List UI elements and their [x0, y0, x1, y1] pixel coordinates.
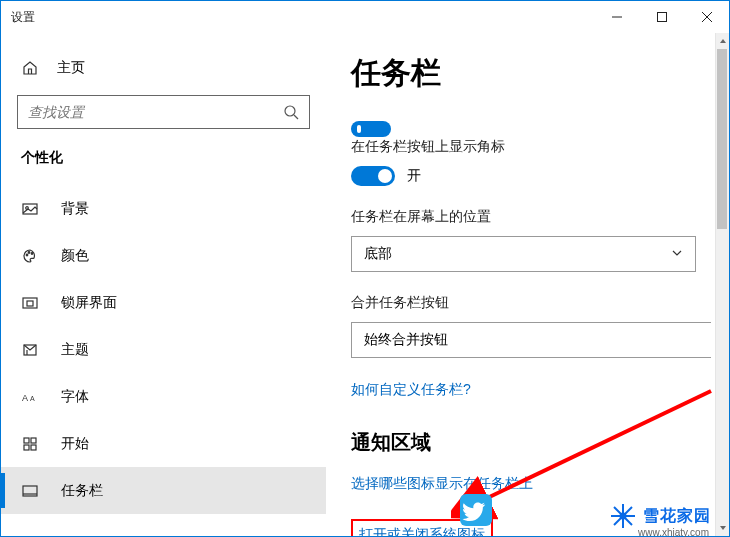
svg-point-28 — [621, 514, 626, 519]
scroll-up-arrow[interactable] — [716, 33, 729, 49]
start-icon — [21, 435, 39, 453]
font-icon: AA — [21, 388, 39, 406]
svg-point-9 — [28, 251, 30, 253]
sidebar-item-label: 开始 — [61, 435, 89, 453]
combine-select[interactable]: 始终合并按钮 — [351, 322, 711, 358]
chevron-down-icon — [671, 246, 683, 262]
select-icons-link[interactable]: 选择哪些图标显示在任务栏上 — [351, 475, 533, 491]
sidebar-item-label: 锁屏界面 — [61, 294, 117, 312]
sidebar-item-label: 任务栏 — [61, 482, 103, 500]
watermark-url: www.xhjaty.com — [638, 527, 709, 537]
window-controls — [594, 1, 729, 33]
sidebar-item-taskbar[interactable]: 任务栏 — [1, 467, 326, 514]
customize-taskbar-link[interactable]: 如何自定义任务栏? — [351, 381, 471, 397]
lockscreen-icon — [21, 294, 39, 312]
partial-toggle[interactable] — [351, 121, 391, 137]
picture-icon — [21, 200, 39, 218]
toggle-on-text: 开 — [407, 167, 421, 185]
svg-point-10 — [31, 252, 33, 254]
search-icon — [283, 104, 299, 120]
scrollbar[interactable] — [715, 33, 729, 536]
sidebar-item-label: 颜色 — [61, 247, 89, 265]
minimize-button[interactable] — [594, 1, 639, 33]
watermark: 雪花家园 — [609, 502, 711, 530]
sidebar-item-background[interactable]: 背景 — [1, 185, 326, 232]
page-title: 任务栏 — [351, 53, 711, 94]
close-button[interactable] — [684, 1, 729, 33]
position-label: 任务栏在屏幕上的位置 — [351, 208, 711, 226]
watermark-text: 雪花家园 — [643, 506, 711, 527]
sidebar-item-label: 主题 — [61, 341, 89, 359]
window-body: 主页 个性化 背景 — [1, 33, 729, 536]
sidebar-item-label: 背景 — [61, 200, 89, 218]
sidebar-item-label: 字体 — [61, 388, 89, 406]
scroll-thumb[interactable] — [717, 49, 727, 229]
position-value: 底部 — [364, 245, 392, 263]
sidebar-item-themes[interactable]: 主题 — [1, 326, 326, 373]
badge-toggle[interactable] — [351, 166, 395, 186]
settings-window: 设置 主页 — [0, 0, 730, 537]
home-button[interactable]: 主页 — [1, 53, 326, 95]
search-input-container[interactable] — [17, 95, 310, 129]
content-area: 任务栏 在任务栏按钮上显示角标 开 任务栏在屏幕上的位置 底部 合并任务栏按钮 … — [326, 33, 729, 536]
snowflake-icon — [609, 502, 637, 530]
sidebar-nav: 背景 颜色 锁屏界面 — [1, 185, 326, 514]
svg-point-8 — [26, 254, 28, 256]
sidebar-item-start[interactable]: 开始 — [1, 420, 326, 467]
notification-area-heading: 通知区域 — [351, 429, 711, 456]
combine-label: 合并任务栏按钮 — [351, 294, 711, 312]
svg-rect-16 — [24, 438, 29, 443]
svg-rect-18 — [24, 445, 29, 450]
sidebar-item-colors[interactable]: 颜色 — [1, 232, 326, 279]
svg-rect-6 — [23, 204, 37, 214]
window-title: 设置 — [11, 9, 35, 26]
badge-toggle-row: 开 — [351, 166, 711, 186]
theme-icon — [21, 341, 39, 359]
palette-icon — [21, 247, 39, 265]
svg-rect-19 — [31, 445, 36, 450]
svg-rect-12 — [27, 301, 33, 306]
titlebar: 设置 — [1, 1, 729, 33]
home-icon — [21, 59, 39, 77]
bird-logo-overlay — [456, 490, 496, 530]
svg-line-5 — [294, 115, 298, 119]
badge-label: 在任务栏按钮上显示角标 — [351, 138, 711, 156]
svg-rect-1 — [657, 13, 666, 22]
taskbar-icon — [21, 482, 39, 500]
search-input[interactable] — [28, 104, 283, 120]
combine-value: 始终合并按钮 — [364, 331, 448, 349]
sidebar-section-title: 个性化 — [1, 149, 326, 185]
svg-rect-17 — [31, 438, 36, 443]
home-label: 主页 — [57, 59, 85, 77]
position-select[interactable]: 底部 — [351, 236, 696, 272]
sidebar: 主页 个性化 背景 — [1, 33, 326, 536]
scroll-down-arrow[interactable] — [716, 520, 729, 536]
svg-point-4 — [285, 106, 295, 116]
svg-text:A: A — [22, 393, 28, 403]
sidebar-item-lockscreen[interactable]: 锁屏界面 — [1, 279, 326, 326]
maximize-button[interactable] — [639, 1, 684, 33]
sidebar-item-fonts[interactable]: AA 字体 — [1, 373, 326, 420]
svg-text:A: A — [30, 395, 35, 402]
